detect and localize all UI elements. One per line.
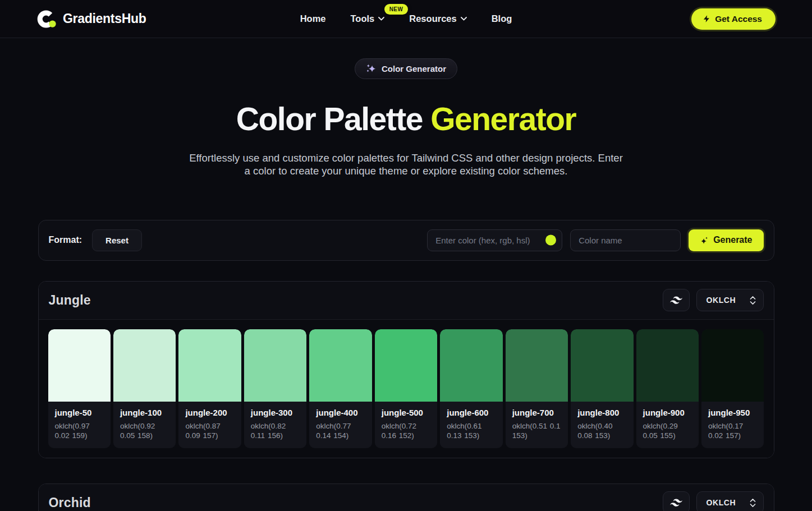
palette-title: Jungle (49, 293, 91, 308)
swatch-color[interactable] (48, 329, 111, 402)
swatch-value: oklch(0.51 0.1 153) (512, 421, 561, 441)
tailwind-icon (670, 499, 682, 507)
swatch-value: oklch(0.92 0.05 158) (120, 421, 169, 441)
hero-section: Color Generator Color Palette Generator … (0, 38, 812, 178)
swatch-name: jungle-100 (120, 408, 169, 417)
swatch-name: jungle-500 (382, 408, 430, 417)
palette-title: Orchid (49, 495, 91, 510)
page-subtitle: Effortlessly use and customize color pal… (189, 151, 623, 178)
swatch-name: jungle-950 (708, 408, 757, 417)
page-title-accent: Generator (430, 101, 576, 137)
swatch-tile[interactable]: jungle-200 oklch(0.87 0.09 157) (178, 329, 241, 448)
swatch-tile[interactable]: jungle-800 oklch(0.40 0.08 153) (571, 329, 633, 448)
format-toolbar: Format: Reset Generate (38, 220, 774, 261)
logo-mark-icon (36, 8, 58, 30)
page-title: Color Palette Generator (0, 102, 812, 137)
swatch-tile[interactable]: jungle-600 oklch(0.61 0.13 153) (440, 329, 502, 448)
up-down-chevrons-icon (750, 296, 756, 305)
swatch-value: oklch(0.77 0.14 154) (316, 421, 365, 441)
format-select[interactable]: OKLCH (696, 289, 764, 311)
swatch-tile[interactable]: jungle-950 oklch(0.17 0.02 157) (701, 329, 764, 448)
swatch-color[interactable] (571, 329, 633, 402)
cta-label: Get Access (715, 14, 762, 24)
swatch-value: oklch(0.82 0.11 156) (251, 421, 300, 441)
swatch-tile[interactable]: jungle-50 oklch(0.97 0.02 159) (48, 329, 111, 448)
tailwind-icon (670, 296, 682, 304)
reset-button[interactable]: Reset (92, 229, 142, 251)
swatch-value: oklch(0.97 0.02 159) (55, 421, 104, 441)
sparkle-icon (700, 236, 709, 245)
palette-card-header: Orchid OKLCH (39, 484, 774, 511)
format-select-value: OKLCH (707, 296, 736, 305)
swatch-tile[interactable]: jungle-400 oklch(0.77 0.14 154) (309, 329, 371, 448)
swatch-value: oklch(0.61 0.13 153) (447, 421, 496, 441)
nav-item-home[interactable]: Home (300, 13, 326, 24)
lightning-bolt-icon (703, 14, 711, 24)
color-preview-dot[interactable] (545, 235, 556, 246)
page-title-plain: Color Palette (236, 101, 430, 137)
color-name-input[interactable] (570, 229, 681, 251)
up-down-chevrons-icon (750, 499, 756, 507)
swatch-tile[interactable]: jungle-900 oklch(0.29 0.05 155) (636, 329, 699, 448)
swatch-tile[interactable]: jungle-100 oklch(0.92 0.05 158) (113, 329, 176, 448)
nav-item-blog[interactable]: Blog (492, 13, 512, 24)
generate-button[interactable]: Generate (689, 229, 763, 251)
nav-label: Home (300, 13, 326, 24)
main-nav: Home Tools NEW Resources Blog (300, 13, 512, 24)
format-select[interactable]: OKLCH (696, 491, 764, 511)
swatch-value: oklch(0.87 0.09 157) (185, 421, 234, 441)
swatch-tile[interactable]: jungle-300 oklch(0.82 0.11 156) (244, 329, 306, 448)
palette-card-jungle: Jungle OKLCH (38, 281, 774, 458)
tailwind-export-button[interactable] (663, 289, 690, 311)
format-label: Format: (49, 235, 82, 245)
new-badge: NEW (384, 4, 409, 15)
swatch-color[interactable] (375, 329, 437, 402)
chevron-down-icon (378, 17, 384, 21)
swatch-color[interactable] (113, 329, 176, 402)
color-generator-badge[interactable]: Color Generator (355, 58, 457, 79)
color-input[interactable] (427, 229, 562, 251)
swatch-color[interactable] (178, 329, 241, 402)
brand-name: GradientsHub (63, 11, 146, 26)
palette-card-header: Jungle OKLCH (39, 282, 774, 320)
tailwind-export-button[interactable] (663, 491, 690, 511)
chevron-down-icon (461, 17, 467, 21)
nav-label: Blog (492, 13, 512, 24)
swatch-color[interactable] (701, 329, 764, 402)
swatch-name: jungle-50 (55, 408, 104, 417)
swatch-name: jungle-400 (316, 408, 365, 417)
generate-label: Generate (713, 235, 752, 245)
swatch-color[interactable] (506, 329, 568, 402)
brand-logo[interactable]: GradientsHub (36, 8, 300, 30)
swatch-tile[interactable]: jungle-700 oklch(0.51 0.1 153) (506, 329, 568, 448)
nav-label: Tools (351, 13, 375, 24)
format-select-value: OKLCH (707, 498, 736, 507)
nav-item-resources[interactable]: Resources (409, 13, 466, 24)
swatch-value: oklch(0.72 0.16 152) (382, 421, 430, 441)
swatch-color[interactable] (309, 329, 371, 402)
sparkles-icon (366, 63, 377, 74)
swatch-name: jungle-300 (251, 408, 300, 417)
swatch-color[interactable] (440, 329, 502, 402)
swatch-color[interactable] (244, 329, 306, 402)
swatch-name: jungle-900 (643, 408, 692, 417)
swatch-value: oklch(0.40 0.08 153) (577, 421, 626, 441)
get-access-button[interactable]: Get Access (691, 8, 776, 30)
nav-item-tools[interactable]: Tools NEW (351, 13, 385, 24)
top-navbar: GradientsHub Home Tools NEW Resources Bl… (0, 0, 812, 38)
swatch-name: jungle-800 (577, 408, 626, 417)
badge-label: Color Generator (382, 64, 446, 73)
swatch-color[interactable] (636, 329, 699, 402)
swatch-name: jungle-200 (185, 408, 234, 417)
swatch-value: oklch(0.17 0.02 157) (708, 421, 757, 441)
palette-card-orchid: Orchid OKLCH (38, 484, 774, 511)
swatch-grid: jungle-50 oklch(0.97 0.02 159) jungle-10… (39, 320, 774, 458)
nav-label: Resources (409, 13, 456, 24)
swatch-value: oklch(0.29 0.05 155) (643, 421, 692, 441)
swatch-name: jungle-700 (512, 408, 561, 417)
swatch-tile[interactable]: jungle-500 oklch(0.72 0.16 152) (375, 329, 437, 448)
swatch-name: jungle-600 (447, 408, 496, 417)
